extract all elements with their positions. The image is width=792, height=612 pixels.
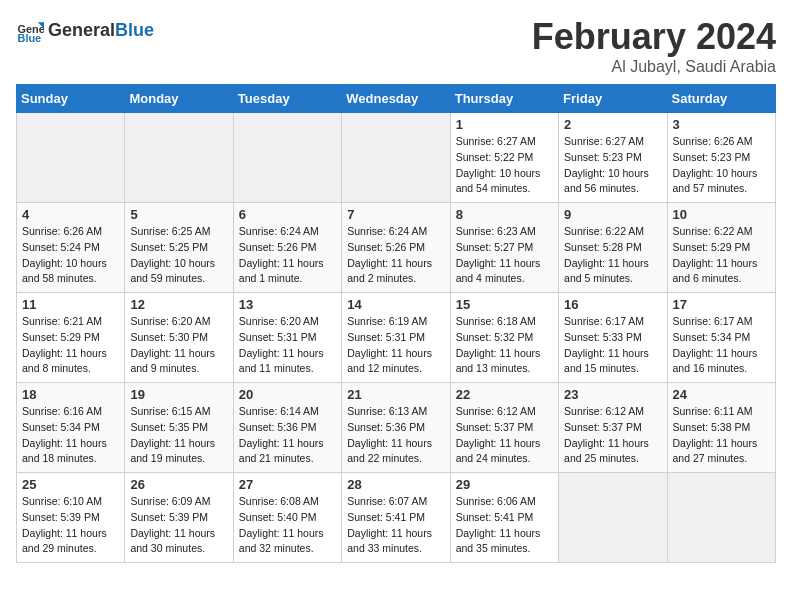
table-row (667, 473, 775, 563)
table-row: 5Sunrise: 6:25 AMSunset: 5:25 PMDaylight… (125, 203, 233, 293)
day-number: 28 (347, 477, 444, 492)
day-number: 10 (673, 207, 770, 222)
logo-general: General (48, 20, 115, 41)
table-row: 24Sunrise: 6:11 AMSunset: 5:38 PMDayligh… (667, 383, 775, 473)
table-row: 11Sunrise: 6:21 AMSunset: 5:29 PMDayligh… (17, 293, 125, 383)
day-number: 29 (456, 477, 553, 492)
day-number: 3 (673, 117, 770, 132)
weekday-header-row: Sunday Monday Tuesday Wednesday Thursday… (17, 85, 776, 113)
table-row: 22Sunrise: 6:12 AMSunset: 5:37 PMDayligh… (450, 383, 558, 473)
header-monday: Monday (125, 85, 233, 113)
table-row: 17Sunrise: 6:17 AMSunset: 5:34 PMDayligh… (667, 293, 775, 383)
table-row: 4Sunrise: 6:26 AMSunset: 5:24 PMDaylight… (17, 203, 125, 293)
svg-text:Blue: Blue (18, 32, 42, 44)
table-row: 7Sunrise: 6:24 AMSunset: 5:26 PMDaylight… (342, 203, 450, 293)
day-number: 19 (130, 387, 227, 402)
table-row: 23Sunrise: 6:12 AMSunset: 5:37 PMDayligh… (559, 383, 667, 473)
table-row: 12Sunrise: 6:20 AMSunset: 5:30 PMDayligh… (125, 293, 233, 383)
day-info: Sunrise: 6:08 AMSunset: 5:40 PMDaylight:… (239, 494, 336, 557)
day-number: 4 (22, 207, 119, 222)
table-row (342, 113, 450, 203)
header-saturday: Saturday (667, 85, 775, 113)
day-info: Sunrise: 6:12 AMSunset: 5:37 PMDaylight:… (456, 404, 553, 467)
day-info: Sunrise: 6:26 AMSunset: 5:23 PMDaylight:… (673, 134, 770, 197)
day-number: 17 (673, 297, 770, 312)
header-sunday: Sunday (17, 85, 125, 113)
table-row (125, 113, 233, 203)
table-row: 25Sunrise: 6:10 AMSunset: 5:39 PMDayligh… (17, 473, 125, 563)
day-info: Sunrise: 6:06 AMSunset: 5:41 PMDaylight:… (456, 494, 553, 557)
logo-icon: General Blue (16, 16, 44, 44)
day-number: 25 (22, 477, 119, 492)
table-row: 13Sunrise: 6:20 AMSunset: 5:31 PMDayligh… (233, 293, 341, 383)
day-info: Sunrise: 6:17 AMSunset: 5:34 PMDaylight:… (673, 314, 770, 377)
day-number: 21 (347, 387, 444, 402)
day-info: Sunrise: 6:13 AMSunset: 5:36 PMDaylight:… (347, 404, 444, 467)
day-number: 12 (130, 297, 227, 312)
day-number: 26 (130, 477, 227, 492)
day-info: Sunrise: 6:27 AMSunset: 5:22 PMDaylight:… (456, 134, 553, 197)
table-row: 27Sunrise: 6:08 AMSunset: 5:40 PMDayligh… (233, 473, 341, 563)
table-row: 3Sunrise: 6:26 AMSunset: 5:23 PMDaylight… (667, 113, 775, 203)
day-info: Sunrise: 6:15 AMSunset: 5:35 PMDaylight:… (130, 404, 227, 467)
day-info: Sunrise: 6:24 AMSunset: 5:26 PMDaylight:… (239, 224, 336, 287)
table-row: 1Sunrise: 6:27 AMSunset: 5:22 PMDaylight… (450, 113, 558, 203)
day-number: 23 (564, 387, 661, 402)
day-info: Sunrise: 6:18 AMSunset: 5:32 PMDaylight:… (456, 314, 553, 377)
day-number: 5 (130, 207, 227, 222)
month-title: February 2024 (532, 16, 776, 58)
logo-blue: Blue (115, 20, 154, 41)
day-number: 13 (239, 297, 336, 312)
calendar-week-row: 4Sunrise: 6:26 AMSunset: 5:24 PMDaylight… (17, 203, 776, 293)
day-info: Sunrise: 6:14 AMSunset: 5:36 PMDaylight:… (239, 404, 336, 467)
logo: General Blue GeneralBlue (16, 16, 154, 44)
calendar-table: Sunday Monday Tuesday Wednesday Thursday… (16, 84, 776, 563)
day-number: 11 (22, 297, 119, 312)
day-number: 15 (456, 297, 553, 312)
table-row: 21Sunrise: 6:13 AMSunset: 5:36 PMDayligh… (342, 383, 450, 473)
day-info: Sunrise: 6:20 AMSunset: 5:31 PMDaylight:… (239, 314, 336, 377)
day-info: Sunrise: 6:26 AMSunset: 5:24 PMDaylight:… (22, 224, 119, 287)
page-header: General Blue GeneralBlue February 2024 A… (16, 16, 776, 76)
header-friday: Friday (559, 85, 667, 113)
day-info: Sunrise: 6:10 AMSunset: 5:39 PMDaylight:… (22, 494, 119, 557)
day-number: 20 (239, 387, 336, 402)
day-info: Sunrise: 6:27 AMSunset: 5:23 PMDaylight:… (564, 134, 661, 197)
day-info: Sunrise: 6:12 AMSunset: 5:37 PMDaylight:… (564, 404, 661, 467)
table-row (233, 113, 341, 203)
calendar-week-row: 25Sunrise: 6:10 AMSunset: 5:39 PMDayligh… (17, 473, 776, 563)
day-number: 14 (347, 297, 444, 312)
table-row: 2Sunrise: 6:27 AMSunset: 5:23 PMDaylight… (559, 113, 667, 203)
calendar-week-row: 18Sunrise: 6:16 AMSunset: 5:34 PMDayligh… (17, 383, 776, 473)
day-number: 22 (456, 387, 553, 402)
table-row: 16Sunrise: 6:17 AMSunset: 5:33 PMDayligh… (559, 293, 667, 383)
day-info: Sunrise: 6:25 AMSunset: 5:25 PMDaylight:… (130, 224, 227, 287)
day-number: 18 (22, 387, 119, 402)
calendar-week-row: 11Sunrise: 6:21 AMSunset: 5:29 PMDayligh… (17, 293, 776, 383)
header-wednesday: Wednesday (342, 85, 450, 113)
header-tuesday: Tuesday (233, 85, 341, 113)
table-row: 15Sunrise: 6:18 AMSunset: 5:32 PMDayligh… (450, 293, 558, 383)
table-row (17, 113, 125, 203)
day-info: Sunrise: 6:22 AMSunset: 5:29 PMDaylight:… (673, 224, 770, 287)
day-info: Sunrise: 6:09 AMSunset: 5:39 PMDaylight:… (130, 494, 227, 557)
table-row: 26Sunrise: 6:09 AMSunset: 5:39 PMDayligh… (125, 473, 233, 563)
day-number: 1 (456, 117, 553, 132)
day-number: 7 (347, 207, 444, 222)
table-row: 10Sunrise: 6:22 AMSunset: 5:29 PMDayligh… (667, 203, 775, 293)
table-row: 20Sunrise: 6:14 AMSunset: 5:36 PMDayligh… (233, 383, 341, 473)
day-info: Sunrise: 6:16 AMSunset: 5:34 PMDaylight:… (22, 404, 119, 467)
day-number: 6 (239, 207, 336, 222)
table-row: 6Sunrise: 6:24 AMSunset: 5:26 PMDaylight… (233, 203, 341, 293)
table-row (559, 473, 667, 563)
header-thursday: Thursday (450, 85, 558, 113)
table-row: 28Sunrise: 6:07 AMSunset: 5:41 PMDayligh… (342, 473, 450, 563)
day-number: 24 (673, 387, 770, 402)
day-info: Sunrise: 6:07 AMSunset: 5:41 PMDaylight:… (347, 494, 444, 557)
day-info: Sunrise: 6:23 AMSunset: 5:27 PMDaylight:… (456, 224, 553, 287)
table-row: 18Sunrise: 6:16 AMSunset: 5:34 PMDayligh… (17, 383, 125, 473)
day-info: Sunrise: 6:24 AMSunset: 5:26 PMDaylight:… (347, 224, 444, 287)
table-row: 19Sunrise: 6:15 AMSunset: 5:35 PMDayligh… (125, 383, 233, 473)
day-info: Sunrise: 6:20 AMSunset: 5:30 PMDaylight:… (130, 314, 227, 377)
day-info: Sunrise: 6:17 AMSunset: 5:33 PMDaylight:… (564, 314, 661, 377)
